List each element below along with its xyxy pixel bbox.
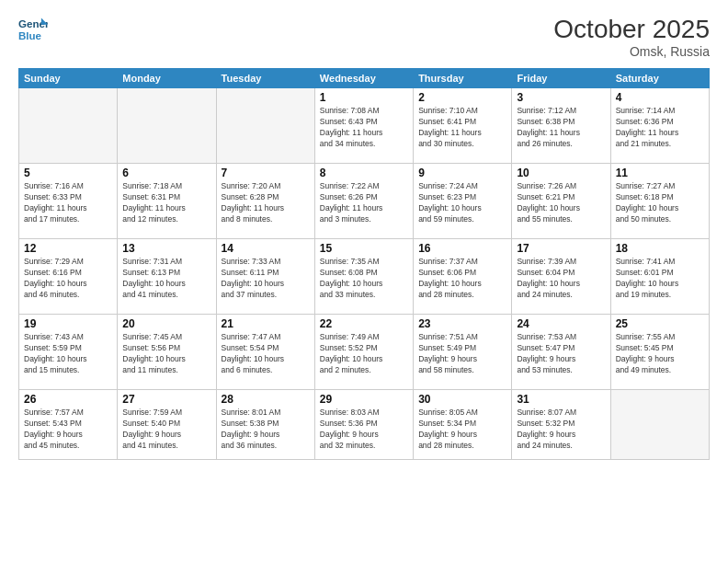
calendar-cell bbox=[216, 88, 314, 164]
day-info: Sunrise: 7:31 AM Sunset: 6:13 PM Dayligh… bbox=[122, 257, 210, 301]
day-info: Sunrise: 7:14 AM Sunset: 6:36 PM Dayligh… bbox=[616, 106, 704, 150]
day-number: 11 bbox=[616, 167, 704, 179]
calendar-cell: 25Sunrise: 7:55 AM Sunset: 5:45 PM Dayli… bbox=[610, 315, 709, 390]
calendar-cell: 27Sunrise: 7:59 AM Sunset: 5:40 PM Dayli… bbox=[118, 390, 216, 460]
calendar-cell: 28Sunrise: 8:01 AM Sunset: 5:38 PM Dayli… bbox=[216, 390, 314, 460]
calendar-cell: 2Sunrise: 7:10 AM Sunset: 6:41 PM Daylig… bbox=[414, 88, 512, 164]
day-number: 2 bbox=[418, 91, 506, 104]
header: General Blue October 2025 Omsk, Russia bbox=[18, 15, 710, 59]
day-number: 5 bbox=[24, 167, 112, 179]
weekday-header-friday: Friday bbox=[512, 69, 610, 88]
calendar-cell: 7Sunrise: 7:20 AM Sunset: 6:28 PM Daylig… bbox=[216, 164, 314, 239]
logo-icon: General Blue bbox=[18, 15, 48, 44]
week-row-3: 12Sunrise: 7:29 AM Sunset: 6:16 PM Dayli… bbox=[19, 239, 710, 315]
day-number: 14 bbox=[222, 242, 310, 255]
day-number: 18 bbox=[616, 242, 704, 255]
day-number: 7 bbox=[222, 167, 310, 179]
day-info: Sunrise: 7:10 AM Sunset: 6:41 PM Dayligh… bbox=[418, 106, 506, 150]
day-number: 9 bbox=[418, 167, 506, 179]
calendar-cell: 15Sunrise: 7:35 AM Sunset: 6:08 PM Dayli… bbox=[314, 239, 413, 315]
calendar-cell: 31Sunrise: 8:07 AM Sunset: 5:32 PM Dayli… bbox=[512, 390, 610, 460]
calendar-cell bbox=[19, 88, 118, 164]
day-number: 1 bbox=[320, 91, 408, 104]
day-number: 20 bbox=[122, 317, 210, 330]
weekday-header-saturday: Saturday bbox=[610, 69, 709, 88]
day-info: Sunrise: 7:53 AM Sunset: 5:47 PM Dayligh… bbox=[517, 332, 605, 376]
day-number: 30 bbox=[418, 393, 506, 406]
day-number: 28 bbox=[222, 393, 310, 406]
calendar-cell: 11Sunrise: 7:27 AM Sunset: 6:18 PM Dayli… bbox=[610, 164, 709, 239]
day-info: Sunrise: 7:43 AM Sunset: 5:59 PM Dayligh… bbox=[24, 332, 112, 376]
day-number: 6 bbox=[122, 167, 210, 179]
day-info: Sunrise: 7:39 AM Sunset: 6:04 PM Dayligh… bbox=[517, 257, 605, 301]
day-info: Sunrise: 7:24 AM Sunset: 6:23 PM Dayligh… bbox=[418, 181, 506, 225]
calendar-cell: 26Sunrise: 7:57 AM Sunset: 5:43 PM Dayli… bbox=[19, 390, 118, 460]
weekday-header-sunday: Sunday bbox=[19, 69, 118, 88]
day-info: Sunrise: 7:37 AM Sunset: 6:06 PM Dayligh… bbox=[418, 257, 506, 301]
calendar-cell: 4Sunrise: 7:14 AM Sunset: 6:36 PM Daylig… bbox=[610, 88, 709, 164]
calendar-cell: 23Sunrise: 7:51 AM Sunset: 5:49 PM Dayli… bbox=[414, 315, 512, 390]
calendar-cell: 12Sunrise: 7:29 AM Sunset: 6:16 PM Dayli… bbox=[19, 239, 118, 315]
day-number: 31 bbox=[517, 393, 605, 406]
day-number: 27 bbox=[122, 393, 210, 406]
calendar-cell: 21Sunrise: 7:47 AM Sunset: 5:54 PM Dayli… bbox=[216, 315, 314, 390]
day-info: Sunrise: 8:01 AM Sunset: 5:38 PM Dayligh… bbox=[222, 408, 310, 452]
day-info: Sunrise: 7:35 AM Sunset: 6:08 PM Dayligh… bbox=[320, 257, 408, 301]
location: Omsk, Russia bbox=[553, 44, 710, 59]
calendar-cell: 1Sunrise: 7:08 AM Sunset: 6:43 PM Daylig… bbox=[314, 88, 413, 164]
day-number: 29 bbox=[320, 393, 408, 406]
calendar-cell: 9Sunrise: 7:24 AM Sunset: 6:23 PM Daylig… bbox=[414, 164, 512, 239]
day-info: Sunrise: 7:18 AM Sunset: 6:31 PM Dayligh… bbox=[122, 181, 210, 225]
day-number: 8 bbox=[320, 167, 408, 179]
day-number: 21 bbox=[222, 317, 310, 330]
calendar: SundayMondayTuesdayWednesdayThursdayFrid… bbox=[18, 68, 710, 460]
day-info: Sunrise: 7:27 AM Sunset: 6:18 PM Dayligh… bbox=[616, 181, 704, 225]
day-number: 23 bbox=[418, 317, 506, 330]
calendar-cell: 16Sunrise: 7:37 AM Sunset: 6:06 PM Dayli… bbox=[414, 239, 512, 315]
day-number: 22 bbox=[320, 317, 408, 330]
day-info: Sunrise: 7:55 AM Sunset: 5:45 PM Dayligh… bbox=[616, 332, 704, 376]
day-number: 13 bbox=[122, 242, 210, 255]
day-info: Sunrise: 7:57 AM Sunset: 5:43 PM Dayligh… bbox=[24, 408, 112, 452]
day-info: Sunrise: 7:12 AM Sunset: 6:38 PM Dayligh… bbox=[517, 106, 605, 150]
day-info: Sunrise: 7:51 AM Sunset: 5:49 PM Dayligh… bbox=[418, 332, 506, 376]
calendar-cell: 24Sunrise: 7:53 AM Sunset: 5:47 PM Dayli… bbox=[512, 315, 610, 390]
weekday-header-monday: Monday bbox=[118, 69, 216, 88]
calendar-cell: 10Sunrise: 7:26 AM Sunset: 6:21 PM Dayli… bbox=[512, 164, 610, 239]
calendar-cell: 13Sunrise: 7:31 AM Sunset: 6:13 PM Dayli… bbox=[118, 239, 216, 315]
week-row-5: 26Sunrise: 7:57 AM Sunset: 5:43 PM Dayli… bbox=[19, 390, 710, 460]
day-info: Sunrise: 8:03 AM Sunset: 5:36 PM Dayligh… bbox=[320, 408, 408, 452]
page: General Blue October 2025 Omsk, Russia S… bbox=[0, 0, 728, 563]
day-info: Sunrise: 8:05 AM Sunset: 5:34 PM Dayligh… bbox=[418, 408, 506, 452]
week-row-1: 1Sunrise: 7:08 AM Sunset: 6:43 PM Daylig… bbox=[19, 88, 710, 164]
calendar-cell: 14Sunrise: 7:33 AM Sunset: 6:11 PM Dayli… bbox=[216, 239, 314, 315]
day-info: Sunrise: 7:22 AM Sunset: 6:26 PM Dayligh… bbox=[320, 181, 408, 225]
day-info: Sunrise: 7:08 AM Sunset: 6:43 PM Dayligh… bbox=[320, 106, 408, 150]
calendar-cell: 17Sunrise: 7:39 AM Sunset: 6:04 PM Dayli… bbox=[512, 239, 610, 315]
month-title: October 2025 bbox=[553, 15, 710, 44]
weekday-header-tuesday: Tuesday bbox=[216, 69, 314, 88]
day-number: 12 bbox=[24, 242, 112, 255]
day-info: Sunrise: 7:45 AM Sunset: 5:56 PM Dayligh… bbox=[122, 332, 210, 376]
calendar-cell: 20Sunrise: 7:45 AM Sunset: 5:56 PM Dayli… bbox=[118, 315, 216, 390]
day-info: Sunrise: 7:41 AM Sunset: 6:01 PM Dayligh… bbox=[616, 257, 704, 301]
calendar-cell: 5Sunrise: 7:16 AM Sunset: 6:33 PM Daylig… bbox=[19, 164, 118, 239]
calendar-cell: 19Sunrise: 7:43 AM Sunset: 5:59 PM Dayli… bbox=[19, 315, 118, 390]
day-info: Sunrise: 7:26 AM Sunset: 6:21 PM Dayligh… bbox=[517, 181, 605, 225]
day-info: Sunrise: 7:47 AM Sunset: 5:54 PM Dayligh… bbox=[222, 332, 310, 376]
day-info: Sunrise: 7:49 AM Sunset: 5:52 PM Dayligh… bbox=[320, 332, 408, 376]
week-row-2: 5Sunrise: 7:16 AM Sunset: 6:33 PM Daylig… bbox=[19, 164, 710, 239]
day-info: Sunrise: 7:29 AM Sunset: 6:16 PM Dayligh… bbox=[24, 257, 112, 301]
calendar-cell: 22Sunrise: 7:49 AM Sunset: 5:52 PM Dayli… bbox=[314, 315, 413, 390]
calendar-cell: 18Sunrise: 7:41 AM Sunset: 6:01 PM Dayli… bbox=[610, 239, 709, 315]
day-number: 25 bbox=[616, 317, 704, 330]
weekday-header-row: SundayMondayTuesdayWednesdayThursdayFrid… bbox=[19, 69, 710, 88]
day-number: 17 bbox=[517, 242, 605, 255]
calendar-cell: 30Sunrise: 8:05 AM Sunset: 5:34 PM Dayli… bbox=[414, 390, 512, 460]
calendar-cell: 8Sunrise: 7:22 AM Sunset: 6:26 PM Daylig… bbox=[314, 164, 413, 239]
title-block: October 2025 Omsk, Russia bbox=[553, 15, 710, 59]
day-number: 15 bbox=[320, 242, 408, 255]
calendar-cell bbox=[610, 390, 709, 460]
svg-text:Blue: Blue bbox=[18, 30, 42, 41]
day-number: 4 bbox=[616, 91, 704, 104]
